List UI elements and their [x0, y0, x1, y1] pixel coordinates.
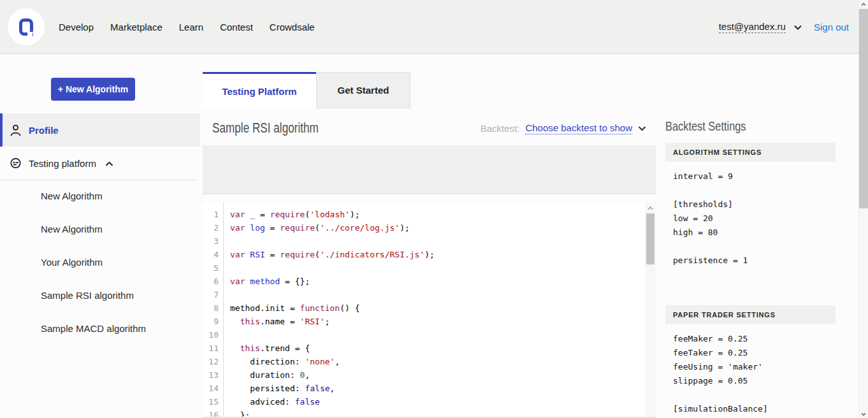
code-line: [230, 234, 645, 248]
sidebar-sub-item[interactable]: Your Algorithm: [0, 246, 198, 279]
logo-icon: [19, 18, 33, 36]
editor-scrollbar-thumb[interactable]: [646, 213, 655, 264]
chevron-up-icon: [105, 158, 113, 169]
sidebar-item-label: Profile: [29, 125, 59, 136]
sidebar-sub-item[interactable]: New Algorithm: [0, 213, 198, 246]
line-number: 1: [203, 208, 223, 221]
code-line: [230, 328, 645, 342]
code-line: [230, 261, 645, 275]
code-line: this.trend = {: [230, 342, 645, 355]
line-number: 12: [203, 355, 223, 368]
sidebar-item-profile[interactable]: Profile: [0, 113, 200, 147]
code-gutter: 12345678910111213141516: [203, 203, 224, 418]
code-line: method.init = function() {: [230, 301, 645, 315]
backtest-settings-panel: Backtest Settings ALGORITHM SETTINGSinte…: [665, 119, 835, 416]
settings-section-header: PAPER TRADER SETTINGS: [665, 305, 835, 324]
nav-link-marketplace[interactable]: Marketplace: [110, 22, 163, 32]
sidebar-sub-list: New AlgorithmNew AlgorithmYour Algorithm…: [0, 180, 198, 345]
scroll-up-icon[interactable]: [645, 205, 656, 212]
line-number: 6: [203, 275, 223, 288]
scroll-down-icon[interactable]: [859, 410, 868, 418]
tab-get-started[interactable]: Get Started: [316, 72, 410, 108]
page-scrollbar-thumb[interactable]: [859, 9, 868, 208]
code-lines: var _ = require('lodash');var log = requ…: [224, 203, 645, 418]
nav-user-area: test@yandex.ru Sign out: [719, 21, 868, 33]
top-nav: DevelopMarketplaceLearnContestCrowdsale …: [0, 0, 868, 54]
nav-link-learn[interactable]: Learn: [179, 22, 203, 32]
person-icon: [10, 124, 21, 136]
code-line: this.name = 'RSI';: [230, 315, 645, 328]
sidebar-item-testing-platform[interactable]: Testing platform: [0, 147, 198, 180]
sidebar-sub-item[interactable]: Sample RSI algorithm: [0, 279, 198, 312]
page-title: Sample RSI algorithm: [212, 120, 319, 136]
code-line: persisted: false,: [230, 382, 645, 395]
backtest-label: Backtest:: [481, 123, 520, 134]
settings-sections: ALGORITHM SETTINGSinterval = 9 [threshol…: [665, 143, 835, 416]
line-number: 7: [203, 288, 223, 301]
nav-link-crowdsale[interactable]: Crowdsale: [270, 22, 315, 32]
line-number: 9: [203, 315, 223, 328]
app-logo[interactable]: [8, 8, 45, 45]
scroll-up-icon[interactable]: [859, 0, 868, 8]
settings-section: ALGORITHM SETTINGSinterval = 9 [threshol…: [665, 143, 835, 268]
testing-platform-icon: [10, 157, 21, 169]
page-scrollbar[interactable]: [858, 0, 868, 418]
line-number: 13: [203, 368, 223, 382]
code-line: var log = require('../core/log.js');: [230, 221, 645, 234]
sign-out-link[interactable]: Sign out: [814, 22, 849, 32]
line-number: 10: [203, 328, 223, 342]
line-number: 3: [203, 234, 223, 248]
nav-links: DevelopMarketplaceLearnContestCrowdsale: [59, 22, 315, 32]
line-number: 8: [203, 301, 223, 315]
sidebar-sub-item[interactable]: Sample MACD algorithm: [0, 312, 198, 345]
backtest-select-link[interactable]: Choose backtest to show: [525, 122, 632, 134]
code-line: var _ = require('lodash');: [230, 208, 645, 221]
settings-title: Backtest Settings: [665, 119, 798, 134]
settings-section-header: ALGORITHM SETTINGS: [665, 143, 835, 162]
code-line: direction: 'none',: [230, 355, 645, 368]
chevron-down-icon: [638, 122, 646, 134]
code-line: var method = {};: [230, 275, 645, 288]
line-number: 11: [203, 342, 223, 355]
main-tabs: Testing Platform Get Started: [203, 72, 410, 108]
nav-link-contest[interactable]: Contest: [220, 22, 253, 32]
backtest-control: Backtest: Choose backtest to show: [481, 122, 646, 134]
code-editor[interactable]: 12345678910111213141516 var _ = require(…: [203, 203, 656, 418]
settings-section-content[interactable]: interval = 9 [thresholds]low = 20high = …: [665, 162, 835, 268]
settings-section-content[interactable]: feeMaker = 0.25feeTaker = 0.25feeUsing =…: [665, 324, 835, 416]
line-number: 15: [203, 395, 223, 408]
chevron-down-icon: [794, 21, 802, 32]
line-number: 2: [203, 221, 223, 234]
line-number: 14: [203, 382, 223, 395]
new-algorithm-button[interactable]: + New Algorithm: [51, 78, 135, 101]
editor-toolbar-placeholder: [203, 145, 656, 194]
sidebar-item-label: Testing platform: [29, 158, 96, 169]
nav-link-develop[interactable]: Develop: [59, 22, 94, 32]
user-email-dropdown[interactable]: test@yandex.ru: [719, 21, 786, 33]
line-number: 5: [203, 261, 223, 275]
code-line: [230, 288, 645, 301]
tab-testing-platform[interactable]: Testing Platform: [203, 72, 316, 108]
settings-section: PAPER TRADER SETTINGSfeeMaker = 0.25feeT…: [665, 305, 835, 416]
title-row: Sample RSI algorithm Backtest: Choose ba…: [212, 120, 646, 136]
code-line: var RSI = require('./indicators/RSI.js')…: [230, 248, 645, 261]
editor-scrollbar[interactable]: [645, 203, 656, 418]
code-line: duration: 0,: [230, 368, 645, 382]
line-number: 4: [203, 248, 223, 261]
code-line: adviced: false: [230, 395, 645, 408]
sidebar-sub-item[interactable]: New Algorithm: [0, 180, 198, 213]
